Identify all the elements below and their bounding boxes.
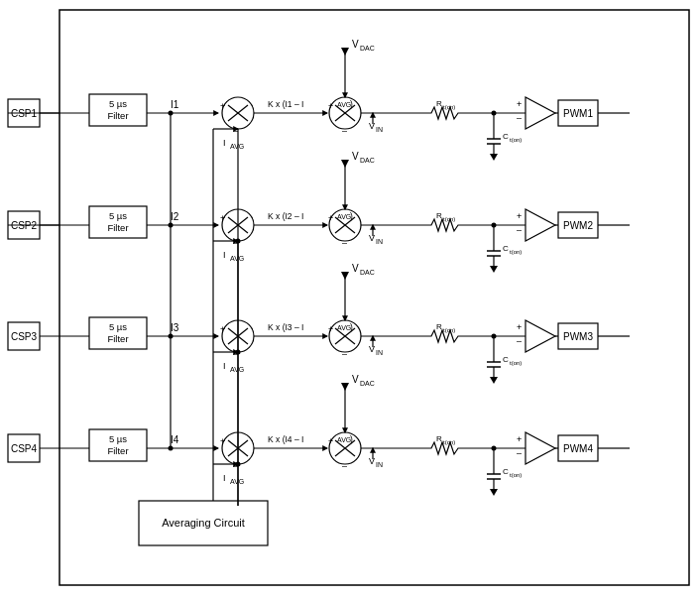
iavg3-label: I: [223, 361, 226, 371]
ct1: C: [503, 132, 509, 141]
vin1: V: [369, 121, 375, 131]
rt3-sub: t(on): [443, 327, 455, 333]
svg-marker-98: [525, 432, 555, 464]
opamp2-plus: +: [517, 211, 522, 221]
opamp1-minus: –: [517, 113, 522, 123]
i3-label: I3: [171, 322, 179, 333]
filter4-label2: Filter: [107, 445, 128, 456]
svg-marker-48: [525, 209, 555, 241]
filter3-label2: Filter: [107, 333, 128, 344]
minus1b: –: [342, 126, 347, 136]
svg-marker-16: [525, 97, 555, 129]
i2-label: I2: [171, 211, 179, 222]
svg-marker-13: [341, 48, 349, 56]
ct4: C: [503, 467, 509, 476]
opamp4-minus: –: [517, 448, 522, 458]
rt2-sub: t(on): [443, 216, 455, 222]
ct4-sub: t(on): [510, 472, 522, 478]
plus1a: +: [220, 101, 225, 111]
vin4-sub: IN: [376, 461, 383, 468]
vin4: V: [369, 456, 375, 466]
svg-point-102: [169, 111, 174, 116]
filter4-label: 5 µs: [109, 433, 127, 444]
opamp1-plus: +: [517, 99, 522, 109]
opamp4-plus: +: [517, 434, 522, 444]
filter1-label2: Filter: [107, 110, 128, 121]
minus3b: –: [342, 349, 347, 359]
filter3-label: 5 µs: [109, 321, 127, 332]
svg-marker-97: [490, 489, 498, 496]
iavg1-label: I: [223, 138, 226, 148]
pwm1-label: PWM1: [563, 108, 593, 119]
svg-rect-0: [59, 10, 689, 585]
csp4-label: CSP4: [11, 443, 38, 454]
iavg2-label: I: [223, 250, 226, 260]
opamp3-plus: +: [517, 322, 522, 332]
filter2-label: 5 µs: [109, 210, 127, 221]
ct3: C: [503, 355, 509, 364]
ct3-sub: t(on): [510, 360, 522, 366]
iavg1-sub: AVG: [230, 143, 244, 150]
plus1b: +: [328, 101, 333, 111]
rt4-sub: t(on): [443, 439, 455, 445]
pwm2-label: PWM2: [563, 220, 593, 231]
vdac1: V: [352, 39, 359, 50]
vin2-sub: IN: [376, 238, 383, 245]
iavg3-sub: AVG: [230, 366, 244, 373]
svg-point-23: [492, 111, 497, 116]
ct2: C: [503, 244, 509, 253]
pwm4-label: PWM4: [563, 443, 593, 454]
vin3-sub: IN: [376, 349, 383, 356]
formula2: K x (I2 – I: [268, 211, 303, 221]
csp3-label: CSP3: [11, 331, 38, 342]
iavg4-label: I: [223, 473, 226, 483]
svg-marker-21: [490, 154, 498, 161]
opamp3-minus: –: [517, 336, 522, 346]
svg-marker-73: [525, 320, 555, 352]
plus3b: +: [328, 324, 333, 334]
svg-marker-47: [490, 266, 498, 273]
iavg2-sub: AVG: [230, 255, 244, 262]
filter1-label: 5 µs: [109, 98, 127, 109]
svg-marker-72: [490, 377, 498, 384]
iavg4-sub: AVG: [230, 478, 244, 485]
filter2-label2: Filter: [107, 222, 128, 233]
rt2: R: [436, 211, 442, 220]
ct2-sub: t(on): [510, 249, 522, 255]
plus2a: +: [220, 213, 225, 223]
averaging-circuit-label: Averaging Circuit: [162, 517, 245, 529]
svg-marker-63: [341, 272, 349, 280]
formula4: K x (I4 – I: [268, 434, 303, 444]
vdac2-sub: DAC: [360, 157, 375, 164]
minus4b: –: [342, 461, 347, 471]
plus4b: +: [328, 436, 333, 446]
rt3: R: [436, 322, 442, 331]
minus2b: –: [342, 238, 347, 248]
rt1-sub: t(on): [443, 104, 455, 110]
circuit-diagram: CSP1 5 µs Filter I1 + – I AVG K x (I1 – …: [0, 0, 700, 598]
formula1: K x (I1 – I: [268, 99, 303, 109]
ct1-sub: t(on): [510, 137, 522, 143]
plus4a: +: [220, 436, 225, 446]
vdac1-sub: DAC: [360, 45, 375, 52]
vdac4: V: [352, 374, 359, 385]
svg-marker-38: [341, 160, 349, 168]
vin3: V: [369, 344, 375, 354]
vin2: V: [369, 233, 375, 243]
minus1a: –: [233, 126, 238, 136]
vin1-sub: IN: [376, 126, 383, 133]
rt1: R: [436, 99, 442, 108]
svg-marker-88: [341, 383, 349, 391]
pwm3-label: PWM3: [563, 331, 593, 342]
vdac2: V: [352, 151, 359, 162]
i1-label: I1: [171, 99, 179, 110]
vdac4-sub: DAC: [360, 380, 375, 387]
formula3: K x (I3 – I: [268, 322, 303, 332]
vdac3-sub: DAC: [360, 269, 375, 276]
vdac3: V: [352, 263, 359, 274]
plus3a: +: [220, 324, 225, 334]
rt4: R: [436, 434, 442, 443]
i4-label: I4: [171, 434, 179, 445]
plus2b: +: [328, 213, 333, 223]
opamp2-minus: –: [517, 225, 522, 235]
